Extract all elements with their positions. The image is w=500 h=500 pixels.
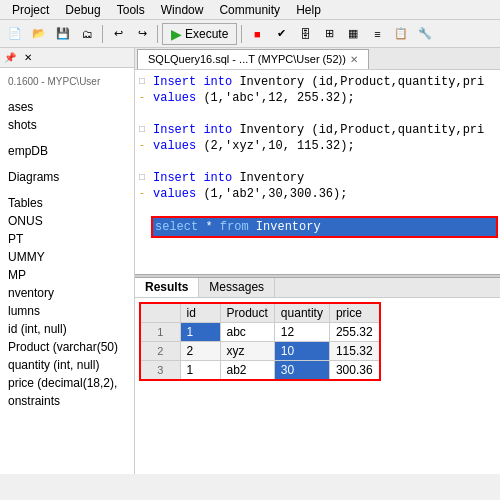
client-btn[interactable]: 🔧: [414, 23, 436, 45]
save-btn[interactable]: 💾: [52, 23, 74, 45]
tree-item-empdb[interactable]: empDB: [0, 142, 134, 160]
code-text-1: Insert into Inventory (id,Product,quanti…: [153, 74, 496, 90]
code-text-8: values (1,'ab2',30,300.36);: [153, 186, 496, 202]
left-panel: 📌 ✕ 0.1600 - MYPC\User ases shots empDB …: [0, 48, 135, 474]
cell-quantity-3[interactable]: 30: [274, 361, 329, 381]
cell-price-1[interactable]: 255.32: [329, 323, 379, 342]
selected-query[interactable]: select * from Inventory: [153, 218, 496, 236]
tree-item-columns[interactable]: lumns: [0, 302, 134, 320]
code-line-7: □ Insert into Inventory: [135, 170, 500, 186]
toolbar1: 📄 📂 💾 🗂 ↩ ↪ ▶ Execute ■ ✔ 🗄 ⊞ ▦ ≡ 📋 🔧: [0, 20, 500, 48]
menu-debug[interactable]: Debug: [57, 1, 108, 19]
cell-product-1[interactable]: abc: [220, 323, 274, 342]
left-panel-content: 0.1600 - MYPC\User ases shots empDB Diag…: [0, 68, 134, 474]
code-line-10: select * from Inventory: [135, 218, 500, 236]
tree-divider-2: [0, 134, 134, 142]
table-row: 1 1 abc 12 255.32: [140, 323, 380, 342]
code-text-7: Insert into Inventory: [153, 170, 496, 186]
col-header-product[interactable]: Product: [220, 303, 274, 323]
code-area[interactable]: □ Insert into Inventory (id,Product,quan…: [135, 70, 500, 274]
cell-quantity-2[interactable]: 10: [274, 342, 329, 361]
tree-item-constraints[interactable]: onstraints: [0, 392, 134, 410]
menu-project[interactable]: Project: [4, 1, 57, 19]
cell-product-2[interactable]: xyz: [220, 342, 274, 361]
tab-bar: SQLQuery16.sql - ...T (MYPC\User (52)) ✕: [135, 48, 500, 70]
tree-item-shots[interactable]: shots: [0, 116, 134, 134]
marker-7: □: [139, 170, 151, 186]
pin-btn[interactable]: 📌: [2, 50, 18, 66]
file-btn[interactable]: 📋: [390, 23, 412, 45]
marker-5: -: [139, 138, 151, 154]
cell-product-3[interactable]: ab2: [220, 361, 274, 381]
close-panel-btn[interactable]: ✕: [20, 50, 36, 66]
sep1: [102, 25, 103, 43]
undo-btn[interactable]: ↩: [107, 23, 129, 45]
col-header-quantity[interactable]: quantity: [274, 303, 329, 323]
tab-close-btn[interactable]: ✕: [350, 54, 358, 65]
main-layout: 📌 ✕ 0.1600 - MYPC\User ases shots empDB …: [0, 48, 500, 474]
cell-id-3[interactable]: 1: [180, 361, 220, 381]
tree-item-tables[interactable]: Tables: [0, 194, 134, 212]
execute-arrow-icon: ▶: [171, 26, 182, 42]
tree-item-price[interactable]: price (decimal(18,2),: [0, 374, 134, 392]
query-tab[interactable]: SQLQuery16.sql - ...T (MYPC\User (52)) ✕: [137, 49, 369, 69]
results-btn[interactable]: ⊞: [318, 23, 340, 45]
sep3: [241, 25, 242, 43]
text-btn[interactable]: ≡: [366, 23, 388, 45]
marker-2: -: [139, 90, 151, 106]
marker-8: -: [139, 186, 151, 202]
code-text-5: values (2,'xyz',10, 115.32);: [153, 138, 496, 154]
marker-4: □: [139, 122, 151, 138]
code-text-3: [153, 106, 496, 122]
tree-divider-3: [0, 160, 134, 168]
cell-id-1[interactable]: 1: [180, 323, 220, 342]
col-header-id[interactable]: id: [180, 303, 220, 323]
tree-item-product[interactable]: Product (varchar(50): [0, 338, 134, 356]
table-row: 2 2 xyz 10 115.32: [140, 342, 380, 361]
code-line-1: □ Insert into Inventory (id,Product,quan…: [135, 74, 500, 90]
grid-btn[interactable]: ▦: [342, 23, 364, 45]
col-header-rownum: [140, 303, 180, 323]
cell-id-2[interactable]: 2: [180, 342, 220, 361]
save-all-btn[interactable]: 🗂: [76, 23, 98, 45]
redo-btn[interactable]: ↪: [131, 23, 153, 45]
code-line-3: [135, 106, 500, 122]
tree-divider-4: [0, 186, 134, 194]
table-row: 3 1 ab2 30 300.36: [140, 361, 380, 381]
db-select[interactable]: 🗄: [294, 23, 316, 45]
code-text-4: Insert into Inventory (id,Product,quanti…: [153, 122, 496, 138]
code-text-9: [153, 202, 496, 218]
results-table: id Product quantity price 1 1 abc 12 255: [139, 302, 381, 381]
open-btn[interactable]: 📂: [28, 23, 50, 45]
code-text-2: values (1,'abc',12, 255.32);: [153, 90, 496, 106]
menu-help[interactable]: Help: [288, 1, 329, 19]
menu-tools[interactable]: Tools: [109, 1, 153, 19]
execute-button[interactable]: ▶ Execute: [162, 23, 237, 45]
query-tab-title: SQLQuery16.sql - ...T (MYPC\User (52)): [148, 53, 346, 65]
results-tabs: Results Messages: [135, 278, 500, 298]
menu-window[interactable]: Window: [153, 1, 212, 19]
results-tab-results[interactable]: Results: [135, 278, 199, 297]
tree-item-id[interactable]: id (int, null): [0, 320, 134, 338]
tree-item-inventory[interactable]: nventory: [0, 284, 134, 302]
cell-price-2[interactable]: 115.32: [329, 342, 379, 361]
tree-item-mp[interactable]: MP: [0, 266, 134, 284]
tree-item-ases[interactable]: ases: [0, 98, 134, 116]
parse-btn[interactable]: ✔: [270, 23, 292, 45]
code-line-8: - values (1,'ab2',30,300.36);: [135, 186, 500, 202]
results-tab-messages[interactable]: Messages: [199, 278, 275, 297]
col-header-price[interactable]: price: [329, 303, 379, 323]
tree-item-diagrams[interactable]: Diagrams: [0, 168, 134, 186]
cell-quantity-1[interactable]: 12: [274, 323, 329, 342]
tree-item-dummy[interactable]: UMMY: [0, 248, 134, 266]
menu-community[interactable]: Community: [211, 1, 288, 19]
cell-price-3[interactable]: 300.36: [329, 361, 379, 381]
new-file-btn[interactable]: 📄: [4, 23, 26, 45]
code-line-4: □ Insert into Inventory (id,Product,quan…: [135, 122, 500, 138]
tree-item-pt[interactable]: PT: [0, 230, 134, 248]
tree-item-bonus[interactable]: ONUS: [0, 212, 134, 230]
connection-item[interactable]: 0.1600 - MYPC\User: [0, 72, 134, 90]
code-text-6: [153, 154, 496, 170]
tree-item-quantity[interactable]: quantity (int, null): [0, 356, 134, 374]
stop-btn[interactable]: ■: [246, 23, 268, 45]
